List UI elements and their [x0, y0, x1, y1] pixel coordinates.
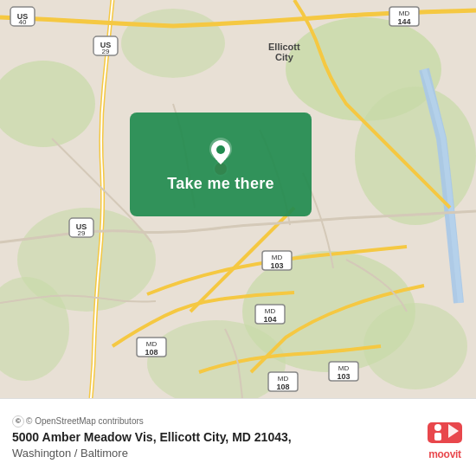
moovit-icon-container [426, 415, 464, 447]
svg-text:MD: MD [278, 375, 289, 383]
svg-point-2 [355, 87, 476, 225]
svg-point-9 [121, 9, 225, 78]
svg-rect-42 [428, 422, 462, 443]
moovit-logo: moovit [426, 415, 464, 460]
svg-text:103: 103 [270, 261, 283, 270]
map-container: Ellicott City US 40 US 29 US 29 MD 144 M… [0, 0, 476, 398]
info-bar: © © OpenStreetMap contributors 5000 Ambe… [0, 398, 476, 476]
info-left: © © OpenStreetMap contributors 5000 Ambe… [12, 415, 417, 460]
take-me-there-label: Take me there [167, 175, 274, 193]
osm-credit: © © OpenStreetMap contributors [12, 415, 417, 428]
svg-text:29: 29 [102, 48, 110, 55]
svg-text:144: 144 [397, 17, 410, 26]
svg-text:MD: MD [146, 340, 158, 348]
svg-text:104: 104 [263, 315, 276, 324]
svg-point-43 [434, 424, 441, 431]
svg-text:108: 108 [276, 383, 289, 391]
location-pin-icon [205, 137, 236, 168]
svg-rect-44 [434, 433, 441, 441]
take-me-there-button[interactable]: Take me there [130, 113, 312, 216]
address-text: 5000 Amber Meadow Vis, Ellicott City, MD… [12, 429, 417, 445]
svg-text:City: City [275, 52, 294, 62]
svg-text:29: 29 [78, 229, 86, 237]
svg-text:103: 103 [337, 372, 350, 381]
svg-text:MD: MD [265, 307, 276, 315]
svg-text:MD: MD [338, 364, 350, 372]
osm-credit-text: © OpenStreetMap contributors [26, 416, 144, 426]
svg-text:MD: MD [272, 254, 283, 261]
svg-point-41 [216, 145, 225, 154]
moovit-text: moovit [428, 448, 461, 460]
svg-text:108: 108 [145, 348, 158, 357]
svg-text:Ellicott: Ellicott [268, 42, 300, 52]
osm-logo: © [12, 415, 24, 428]
region-text: Washington / Baltimore [12, 447, 417, 460]
svg-text:40: 40 [19, 18, 27, 26]
svg-text:MD: MD [399, 10, 410, 17]
